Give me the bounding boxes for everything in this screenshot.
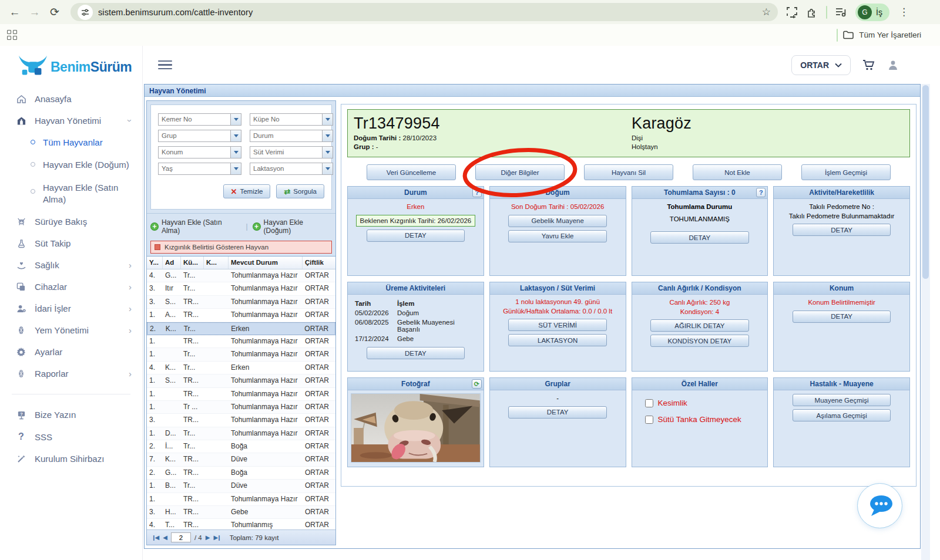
scrollbar-thumb[interactable] bbox=[922, 85, 929, 279]
sut-tanka-checkbox[interactable] bbox=[645, 416, 653, 424]
reload-icon[interactable]: ⟳ bbox=[45, 2, 65, 22]
exam-history-button[interactable]: Muayene Geçmişi bbox=[793, 394, 891, 406]
table-row[interactable]: 1. Tr ... Tohumlanmaya Hazır ORTAR bbox=[147, 401, 335, 414]
gruplar-detail-button[interactable]: DETAY bbox=[508, 406, 607, 419]
sidebar-item-suruye-bakis[interactable]: Sürüye Bakış bbox=[0, 211, 142, 232]
sidebar-item-kurulum-sihirbazi[interactable]: Kurulum Sihirbazı bbox=[0, 448, 142, 470]
support-chat-button[interactable] bbox=[857, 483, 902, 528]
tohumlama-detail-button[interactable]: DETAY bbox=[650, 231, 749, 244]
sidebar-item-hayvan-yonetimi[interactable]: Hayvan Yönetimi › bbox=[0, 110, 142, 131]
sidebar-item-sss[interactable]: ? SSS bbox=[0, 426, 142, 448]
table-row[interactable]: 2. G... TR... Boğa ORTAR bbox=[147, 467, 335, 480]
lactation-button[interactable]: LAKTASYON bbox=[508, 334, 607, 346]
cart-icon[interactable] bbox=[862, 59, 875, 71]
vaccination-history-button[interactable]: Aşılama Geçmişi bbox=[793, 409, 891, 421]
filter-yas[interactable]: Yaş bbox=[158, 163, 241, 175]
ureme-detail-button[interactable]: DETAY bbox=[367, 347, 465, 359]
table-row[interactable]: 3. TR... Tohumlanmaya Hazır ORTAR bbox=[147, 414, 335, 427]
kesimlik-checkbox-row[interactable]: Kesimlik bbox=[637, 394, 763, 407]
sidebar-item-sut-takip[interactable]: Süt Takip bbox=[0, 232, 142, 254]
heat-alert-banner[interactable]: Kızgınlık Belirtisi Gösteren Hayvan bbox=[150, 241, 332, 254]
sidebar-item-ayarlar[interactable]: Ayarlar bbox=[0, 341, 142, 363]
add-animal-birth-link[interactable]: + Hayvan Ekle (Doğum) bbox=[253, 218, 332, 235]
condition-detail-button[interactable]: KONDİSYON DETAY bbox=[650, 335, 749, 347]
sidebar-item-hayvan-ekle-satin-alma[interactable]: Hayvan Ekle (Satın Alma) bbox=[0, 177, 142, 211]
dropdown-trigger-icon[interactable] bbox=[230, 147, 241, 158]
dropdown-trigger-icon[interactable] bbox=[230, 114, 241, 125]
reading-list-icon[interactable] bbox=[835, 7, 847, 18]
bookmark-star-icon[interactable]: ☆ bbox=[762, 6, 771, 18]
app-logo[interactable]: BenimSürüm bbox=[0, 52, 142, 88]
sidebar-item-cihazlar[interactable]: Cihazlar › bbox=[0, 276, 142, 298]
dropdown-trigger-icon[interactable] bbox=[230, 163, 241, 174]
table-row[interactable]: 7. K... TR... Düve ORTAR bbox=[147, 453, 335, 466]
menu-toggle-icon[interactable] bbox=[158, 58, 172, 72]
help-icon[interactable]: ? bbox=[756, 188, 766, 197]
sidebar-item-idari-isler[interactable]: İdari İşler › bbox=[0, 298, 142, 319]
table-row[interactable]: 1. TR... Tohumlanmaya Hazır ORTAR bbox=[147, 335, 335, 348]
filter-laktasyon[interactable]: Laktasyon bbox=[250, 163, 333, 175]
browser-menu-icon[interactable]: ⋮ bbox=[898, 6, 915, 18]
browser-profile[interactable]: G İş bbox=[855, 4, 889, 21]
kesimlik-checkbox[interactable] bbox=[645, 399, 653, 407]
table-row[interactable]: 1. D... Tr... Tohumlanmaya Hazır ORTAR bbox=[147, 427, 335, 440]
table-row[interactable]: 1. TR... Tohumlanmaya Hazır ORTAR bbox=[147, 493, 335, 506]
sidebar-item-bize-yazin[interactable]: ? Bize Yazın bbox=[0, 404, 142, 426]
weight-detail-button[interactable]: AĞIRLIK DETAY bbox=[650, 319, 749, 332]
table-row[interactable]: 3. S... TR... Tohumlanmaya Hazır ORTAR bbox=[147, 296, 335, 309]
prev-page-icon[interactable]: ◀ bbox=[163, 534, 167, 541]
table-row[interactable]: 1. B... Tr... Düve ORTAR bbox=[147, 480, 335, 492]
table-row[interactable]: 3. H... TR... Gebe ORTAR bbox=[147, 506, 335, 519]
filter-kemer-no[interactable]: Kemer No bbox=[158, 113, 241, 126]
sidebar-item-saglik[interactable]: Sağlık › bbox=[0, 254, 142, 276]
table-row[interactable]: 2. K... Tr... Erken ORTAR bbox=[147, 322, 335, 335]
table-row[interactable]: 1. TR... Tohumlanmaya Hazır ORTAR bbox=[147, 388, 335, 401]
refresh-photo-icon[interactable]: ⟳ bbox=[472, 379, 482, 389]
filter-konum[interactable]: Konum bbox=[158, 146, 241, 158]
table-header[interactable]: Y... Ad Kü... K... Mevcut Durum Çiftlik bbox=[147, 257, 335, 269]
table-row[interactable]: 2. İ... Tr... Boğa ORTAR bbox=[147, 440, 335, 453]
update-data-button[interactable]: Veri Güncelleme bbox=[367, 164, 456, 180]
add-note-button[interactable]: Not Ekle bbox=[693, 164, 782, 180]
sidebar-item-hayvan-ekle-dogum[interactable]: Hayvan Ekle (Doğum) bbox=[0, 154, 142, 176]
table-row[interactable]: 4. T... TR... Tohumlanmış ORTAR bbox=[147, 519, 335, 529]
table-row[interactable]: 1. S... TR... Tohumlanmaya Hazır ORTAR bbox=[147, 375, 335, 387]
back-icon[interactable]: ← bbox=[5, 2, 25, 22]
aktivite-detail-button[interactable]: DETAY bbox=[793, 224, 891, 236]
durum-detail-button[interactable]: DETAY bbox=[367, 230, 465, 242]
table-row[interactable]: 3. Itır Tr... Tohumlanmaya Hazır ORTAR bbox=[147, 282, 335, 295]
table-row[interactable]: 1. A... TR... Tohumlanmaya Hazır ORTAR bbox=[147, 309, 335, 322]
farm-selector[interactable]: ORTAR bbox=[791, 55, 851, 75]
table-row[interactable]: 4. G... Tr... Tohumlanmaya Hazır ORTAR bbox=[147, 269, 335, 282]
page-number-input[interactable] bbox=[171, 532, 191, 542]
sidebar-item-anasayfa[interactable]: Anasayfa bbox=[0, 88, 142, 110]
other-info-button[interactable]: Diğer Bilgiler bbox=[475, 164, 565, 180]
filter-durum[interactable]: Durum bbox=[250, 130, 333, 142]
dropdown-trigger-icon[interactable] bbox=[230, 130, 241, 141]
table-row[interactable]: 4. K... Tr... Erken ORTAR bbox=[147, 362, 335, 375]
dropdown-trigger-icon[interactable] bbox=[322, 130, 333, 141]
user-icon[interactable] bbox=[887, 59, 899, 71]
dropdown-trigger-icon[interactable] bbox=[322, 163, 333, 174]
add-animal-purchase-link[interactable]: + Hayvan Ekle (Satın Alma) bbox=[150, 218, 241, 235]
last-page-icon[interactable]: ▶ bbox=[213, 534, 221, 541]
sidebar-item-tum-hayvanlar[interactable]: Tüm Hayvanlar bbox=[0, 131, 142, 154]
delete-animal-button[interactable]: Hayvanı Sil bbox=[584, 164, 673, 180]
milk-yield-button[interactable]: SÜT VERİMİ bbox=[508, 319, 607, 331]
first-page-icon[interactable]: ◀ bbox=[152, 534, 159, 541]
filter-sut-verimi[interactable]: Süt Verimi bbox=[250, 146, 333, 158]
animal-photo[interactable] bbox=[351, 393, 481, 463]
apps-grid-icon[interactable] bbox=[7, 30, 17, 40]
clear-button[interactable]: ✕Temizle bbox=[223, 184, 271, 198]
table-row[interactable]: 1. Tr... Tohumlanmaya Hazır ORTAR bbox=[147, 348, 335, 361]
filter-kupe-no[interactable]: Küpe No bbox=[250, 113, 333, 126]
all-bookmarks-label[interactable]: Tüm Yer İşaretleri bbox=[859, 31, 921, 39]
screenshot-icon[interactable] bbox=[786, 6, 798, 18]
sidebar-item-yem-yonetimi[interactable]: Yem Yönetimi › bbox=[0, 319, 142, 341]
add-calf-button[interactable]: Yavru Ekle bbox=[508, 230, 607, 242]
site-settings-icon[interactable] bbox=[78, 5, 93, 20]
dropdown-trigger-icon[interactable] bbox=[322, 114, 333, 125]
help-icon[interactable]: ? bbox=[472, 188, 482, 197]
extensions-icon[interactable] bbox=[806, 6, 818, 18]
next-page-icon[interactable]: ▶ bbox=[206, 534, 210, 541]
